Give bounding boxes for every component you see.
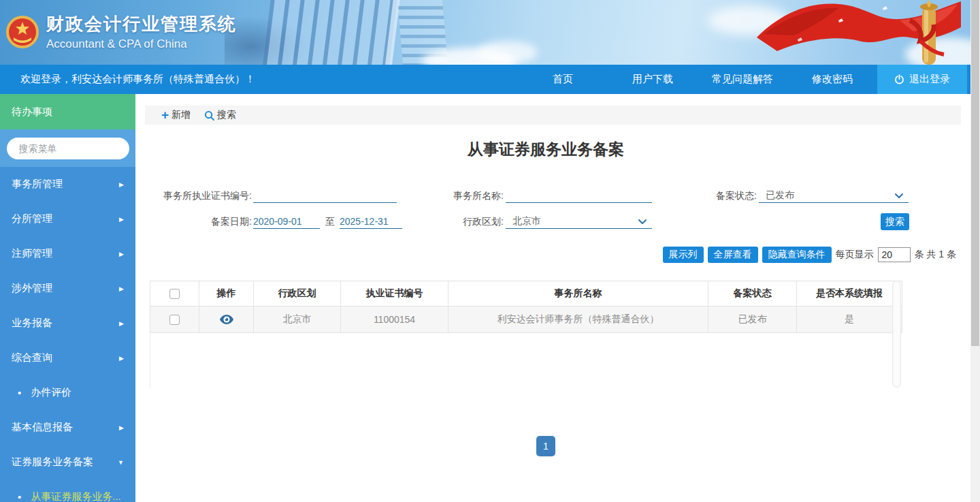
nav-home[interactable]: 首页 xyxy=(518,65,608,94)
results-table: 操作 行政区划 执业证书编号 事务所名称 备案状态 是否本系统填报 xyxy=(150,281,902,333)
filing-date-to-input[interactable] xyxy=(340,214,402,229)
plus-icon: + xyxy=(161,110,169,121)
scrollbar-thumb[interactable] xyxy=(971,0,979,346)
sidebar-item-foreign-management[interactable]: 涉外管理 ▶ xyxy=(0,271,135,306)
sidebar-item-case-evaluation[interactable]: • 办件评价 xyxy=(0,375,135,410)
power-icon xyxy=(894,74,904,84)
fullscreen-button[interactable]: 全屏查看 xyxy=(708,247,758,263)
row-firm-name: 利安达会计师事务所（特殊普通合伙） xyxy=(448,307,708,333)
sidebar-item-business-reporting[interactable]: 业务报备 ▶ xyxy=(0,306,135,341)
toolbar-search-label: 搜索 xyxy=(217,109,236,121)
chevron-down-icon xyxy=(895,193,903,199)
th-operation: 操作 xyxy=(199,281,254,307)
menu-search-input[interactable] xyxy=(19,143,136,154)
page-title: 从事证券服务业务备案 xyxy=(135,139,956,160)
chevron-right-icon: ▶ xyxy=(119,251,124,257)
add-label: 新增 xyxy=(172,109,191,121)
page-root: 财政会计行业管理系统 Accountant & CPA of China 欢迎登… xyxy=(0,0,980,502)
search-icon xyxy=(204,110,214,121)
select-all-cell xyxy=(150,281,199,307)
page-scrollbar[interactable] xyxy=(970,0,980,502)
page-1-button[interactable]: 1 xyxy=(536,436,555,456)
nav-menu: 首页 用户下载 常见问题解答 修改密码 退出登录 xyxy=(518,65,967,94)
filing-date-from-input[interactable] xyxy=(253,214,320,229)
sidebar-item-cpa-management[interactable]: 注师管理 ▶ xyxy=(0,236,135,271)
table-empty-area xyxy=(150,333,902,388)
filing-status-select[interactable]: 已发布 xyxy=(759,188,909,203)
chevron-right-icon: ▶ xyxy=(119,181,124,188)
pagination: 1 xyxy=(135,436,956,456)
menu-search-box[interactable] xyxy=(7,138,129,159)
sidebar-item-comprehensive-query[interactable]: 综合查询 ▶ xyxy=(0,341,135,375)
sidebar-item-branch-management[interactable]: 分所管理 ▶ xyxy=(0,202,135,236)
row-select-cell xyxy=(150,307,199,333)
chevron-down-icon: ▼ xyxy=(118,459,124,466)
logout-button[interactable]: 退出登录 xyxy=(877,65,967,94)
row-in-system: 是 xyxy=(797,307,902,333)
red-flag-decoration xyxy=(757,0,961,65)
chevron-right-icon: ▶ xyxy=(119,320,124,327)
results-table-area: 操作 行政区划 执业证书编号 事务所名称 备案状态 是否本系统填报 xyxy=(150,281,902,388)
select-all-checkbox[interactable] xyxy=(169,289,180,299)
table-header-row: 操作 行政区划 执业证书编号 事务所名称 备案状态 是否本系统填报 xyxy=(150,281,902,307)
table-controls: 展示列 全屏查看 隐藏查询条件 每页显示 条 共 1 条 xyxy=(135,247,956,263)
row-region: 北京市 xyxy=(254,307,341,333)
logout-label: 退出登录 xyxy=(909,73,950,86)
view-button[interactable] xyxy=(219,313,234,326)
chevron-right-icon: ▶ xyxy=(119,355,124,362)
table-scrollbar[interactable] xyxy=(892,281,901,388)
license-number-input[interactable] xyxy=(253,188,397,203)
bullet-icon: • xyxy=(18,387,21,398)
cloud-decoration xyxy=(476,41,538,64)
region-select[interactable]: 北京市 xyxy=(506,214,652,229)
welcome-message: 欢迎登录，利安达会计师事务所（特殊普通合伙）！ xyxy=(20,65,255,94)
row-operation-cell xyxy=(199,307,254,333)
filing-date-label: 备案日期: xyxy=(180,214,252,229)
row-checkbox[interactable] xyxy=(169,315,180,325)
firm-name-input[interactable] xyxy=(506,188,652,203)
th-region: 行政区划 xyxy=(254,281,341,307)
per-page-label: 每页显示 xyxy=(836,249,874,261)
nav-faq[interactable]: 常见问题解答 xyxy=(698,65,787,94)
sidebar: 待办事项 事务所管理 ▶ 分所管理 ▶ 注师管理 ▶ xyxy=(0,94,135,502)
bullet-icon: • xyxy=(18,491,21,502)
firm-name-label: 事务所名称: xyxy=(432,188,504,203)
th-license-number: 执业证书编号 xyxy=(341,281,448,307)
row-status: 已发布 xyxy=(708,307,797,333)
th-filing-status: 备案状态 xyxy=(708,281,797,307)
th-in-system: 是否本系统填报 xyxy=(797,281,902,307)
region-value: 北京市 xyxy=(512,215,541,228)
search-submit-button[interactable]: 搜索 xyxy=(881,213,909,230)
hide-query-button[interactable]: 隐藏查询条件 xyxy=(762,247,832,263)
table-row: 北京市 11000154 利安达会计师事务所（特殊普通合伙） 已发布 是 xyxy=(150,307,902,333)
main-content: + 新增 搜索 从事证券服务业务备案 事务所执业证书编号: 事务所名称: 备案状… xyxy=(135,94,970,502)
date-range-separator: 至 xyxy=(325,214,335,229)
building-decoration xyxy=(263,0,401,65)
chevron-right-icon: ▶ xyxy=(119,424,124,431)
per-page-input[interactable] xyxy=(878,247,911,262)
nav-downloads[interactable]: 用户下载 xyxy=(608,65,698,94)
top-navbar: 欢迎登录，利安达会计师事务所（特殊普通合伙）！ 首页 用户下载 常见问题解答 修… xyxy=(0,65,970,94)
brand: 财政会计行业管理系统 Accountant & CPA of China xyxy=(5,12,237,51)
add-button[interactable]: + 新增 xyxy=(161,109,191,121)
sidebar-search-area xyxy=(0,129,135,167)
toolbar-search-button[interactable]: 搜索 xyxy=(204,109,236,121)
sidebar-item-firm-management[interactable]: 事务所管理 ▶ xyxy=(0,167,135,202)
sidebar-item-todo[interactable]: 待办事项 xyxy=(0,94,135,129)
sidebar-item-basic-info-reporting[interactable]: 基本信息报备 ▶ xyxy=(0,410,135,445)
toolbar: + 新增 搜索 xyxy=(145,106,961,125)
row-license: 11000154 xyxy=(341,307,448,333)
total-count-label: 条 共 1 条 xyxy=(915,249,956,261)
sidebar-item-securities-filing-sub[interactable]: • 从事证券服务业务... xyxy=(0,480,135,502)
app-header: 财政会计行业管理系统 Accountant & CPA of China xyxy=(0,0,970,65)
chevron-right-icon: ▶ xyxy=(119,285,124,292)
nav-change-password[interactable]: 修改密码 xyxy=(787,65,877,94)
national-emblem-icon xyxy=(5,15,39,49)
filing-status-label: 备案状态: xyxy=(685,188,757,203)
sidebar-item-securities-filing[interactable]: 证券服务业务备案 ▼ xyxy=(0,445,135,480)
license-number-label: 事务所执业证书编号: xyxy=(153,188,252,203)
show-columns-button[interactable]: 展示列 xyxy=(663,247,704,263)
eye-icon xyxy=(219,313,234,326)
chevron-down-icon xyxy=(638,219,647,225)
region-label: 行政区划: xyxy=(432,214,504,229)
